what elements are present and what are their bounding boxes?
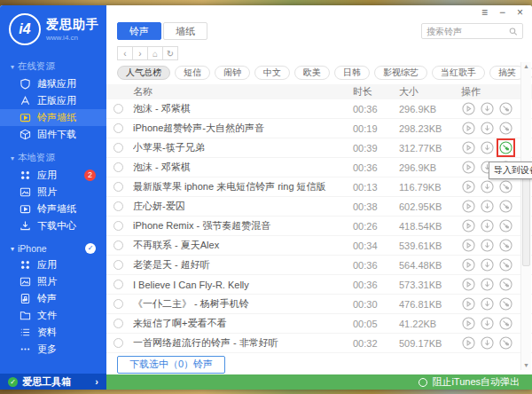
row-checkbox[interactable] bbox=[113, 280, 123, 289]
category-pill[interactable]: 中文 bbox=[254, 66, 290, 80]
import-to-device-button[interactable] bbox=[498, 179, 513, 194]
tab-ringtones[interactable]: 铃声 bbox=[117, 22, 161, 40]
import-to-device-button[interactable] bbox=[498, 316, 513, 331]
search-input[interactable] bbox=[426, 27, 505, 36]
download-button[interactable] bbox=[480, 218, 495, 233]
download-button[interactable] bbox=[480, 316, 495, 331]
download-button[interactable] bbox=[480, 335, 495, 351]
media-play-icon bbox=[20, 112, 31, 123]
home-button[interactable]: ⌂ bbox=[147, 46, 163, 60]
sidebar-item-local-apps[interactable]: 应用 2 bbox=[0, 167, 106, 184]
row-checkbox[interactable] bbox=[113, 143, 123, 153]
download-button[interactable] bbox=[480, 277, 495, 292]
sidebar-item-iphone-data[interactable]: 资料 bbox=[0, 324, 106, 341]
download-button[interactable] bbox=[480, 101, 495, 116]
play-button[interactable] bbox=[461, 179, 476, 194]
import-to-device-button[interactable] bbox=[498, 257, 513, 272]
import-to-device-button[interactable] bbox=[498, 277, 513, 292]
play-button[interactable] bbox=[461, 101, 476, 116]
import-to-device-button[interactable] bbox=[498, 335, 513, 351]
import-to-device-button[interactable] bbox=[498, 238, 513, 253]
play-button[interactable] bbox=[461, 316, 476, 331]
close-icon[interactable]: × bbox=[517, 7, 523, 18]
scroll-up-icon[interactable]: ▲ bbox=[523, 62, 529, 71]
sidebar-item-iphone-files[interactable]: 文件 bbox=[0, 307, 106, 324]
forward-button[interactable]: › bbox=[132, 46, 148, 60]
play-button[interactable] bbox=[461, 140, 476, 155]
import-to-device-button[interactable] bbox=[498, 121, 513, 136]
import-to-device-button[interactable] bbox=[498, 296, 513, 311]
scrollbar-thumb[interactable] bbox=[522, 164, 530, 266]
toolbox-bar[interactable]: ✓ 爱思工具箱 › bbox=[0, 374, 106, 390]
download-button[interactable] bbox=[480, 199, 495, 214]
play-button[interactable] bbox=[461, 277, 476, 292]
row-checkbox[interactable] bbox=[113, 201, 123, 211]
section-header-local[interactable]: ▾ 本地资源 bbox=[0, 149, 106, 167]
category-pill[interactable]: 欧美 bbox=[294, 66, 330, 80]
sidebar-item-local-ringtone-wallpaper[interactable]: 铃声墙纸 bbox=[0, 201, 106, 217]
sidebar-item-ringtone-wallpaper[interactable]: 铃声墙纸 bbox=[0, 109, 106, 126]
sidebar-item-iphone-more[interactable]: 更多 bbox=[0, 341, 106, 358]
play-button[interactable] bbox=[461, 160, 476, 175]
sidebar-item-iphone-apps[interactable]: 应用 bbox=[0, 256, 106, 273]
sidebar-item-firmware-download[interactable]: 固件下载 bbox=[0, 126, 106, 143]
vertical-scrollbar[interactable]: ▲ ▼ bbox=[520, 62, 531, 370]
download-button[interactable] bbox=[480, 121, 495, 136]
row-checkbox[interactable] bbox=[113, 221, 123, 231]
tab-wallpapers[interactable]: 墙纸 bbox=[163, 22, 207, 40]
download-button[interactable] bbox=[480, 238, 495, 253]
category-pill[interactable]: 搞笑 bbox=[489, 66, 525, 80]
row-checkbox[interactable] bbox=[113, 319, 123, 328]
play-button[interactable] bbox=[461, 257, 476, 272]
import-to-device-button[interactable] bbox=[498, 199, 513, 214]
play-button[interactable] bbox=[461, 238, 476, 253]
download-button[interactable] bbox=[480, 179, 495, 194]
play-icon bbox=[462, 200, 475, 213]
section-header-online[interactable]: ▾ 在线资源 bbox=[0, 58, 106, 75]
sidebar-item-iphone-ringtones[interactable]: 铃声 bbox=[0, 290, 106, 307]
row-checkbox[interactable] bbox=[113, 182, 123, 192]
itunes-toggle-checkbox[interactable] bbox=[419, 378, 427, 387]
back-button[interactable]: ‹ bbox=[117, 46, 133, 60]
row-checkbox[interactable] bbox=[113, 260, 123, 270]
download-button[interactable] bbox=[480, 296, 495, 311]
download-button[interactable] bbox=[480, 257, 495, 272]
import-to-device-button[interactable] bbox=[498, 101, 513, 116]
import-to-device-button[interactable] bbox=[498, 140, 513, 155]
play-icon bbox=[462, 258, 475, 272]
play-button[interactable] bbox=[461, 296, 476, 311]
row-checkbox[interactable] bbox=[113, 240, 123, 250]
section-header-iphone[interactable]: ▾ iPhone ✓ bbox=[0, 240, 106, 256]
row-checkbox[interactable] bbox=[113, 104, 123, 114]
search-box[interactable] bbox=[421, 23, 523, 39]
scroll-down-icon[interactable]: ▼ bbox=[523, 361, 529, 370]
row-checkbox[interactable] bbox=[113, 123, 123, 133]
minimize-icon[interactable]: − bbox=[499, 7, 505, 18]
play-button[interactable] bbox=[461, 335, 476, 351]
sidebar-item-download-center[interactable]: 下载中心 bbox=[0, 217, 106, 234]
download-button[interactable] bbox=[480, 140, 495, 155]
list-icon bbox=[20, 327, 31, 338]
category-pill[interactable]: 短信 bbox=[175, 66, 210, 80]
play-button[interactable] bbox=[461, 121, 476, 136]
row-checkbox[interactable] bbox=[113, 162, 123, 172]
category-pill[interactable]: 当红歌手 bbox=[432, 66, 485, 80]
download-selected-button[interactable]: 下载选中（0）铃声 bbox=[117, 356, 225, 374]
refresh-button[interactable]: ↻ bbox=[162, 46, 178, 60]
category-pill[interactable]: 日韩 bbox=[334, 66, 370, 80]
category-pill[interactable]: 闹钟 bbox=[215, 66, 250, 80]
import-to-device-icon bbox=[499, 297, 512, 311]
play-button[interactable] bbox=[461, 199, 476, 214]
row-checkbox[interactable] bbox=[113, 299, 123, 309]
category-pill[interactable]: 影视综艺 bbox=[374, 66, 427, 80]
sidebar-item-genuine-apps[interactable]: 正版应用 bbox=[0, 92, 106, 109]
sidebar-item-iphone-photos[interactable]: 照片 bbox=[0, 273, 106, 290]
category-pill[interactable]: 人气总榜 bbox=[117, 66, 170, 80]
sidebar-item-label: 下载中心 bbox=[37, 219, 76, 232]
play-button[interactable] bbox=[461, 218, 476, 233]
row-checkbox[interactable] bbox=[113, 338, 123, 348]
menu-icon[interactable]: ≡ bbox=[481, 7, 488, 18]
import-to-device-button[interactable] bbox=[498, 218, 513, 233]
sidebar-item-local-photos[interactable]: 照片 bbox=[0, 184, 106, 201]
sidebar-item-jailbreak-apps[interactable]: 越狱应用 bbox=[0, 75, 106, 92]
